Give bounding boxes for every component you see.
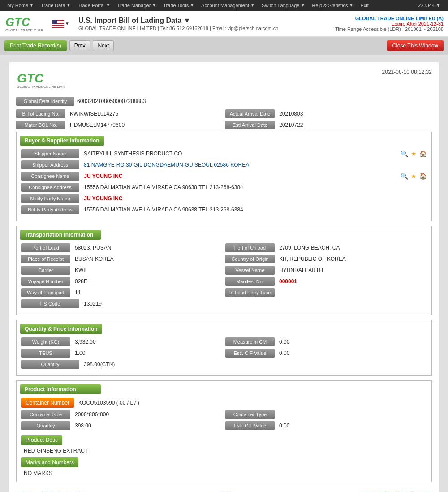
content-card: GTC GLOBAL TRADE ONLINE LIMITED 2021-08-… [9, 62, 439, 492]
nav-accountmanagement[interactable]: Account Management ▼ [198, 0, 258, 11]
svg-rect-9 [52, 25, 64, 26]
svg-rect-8 [52, 24, 64, 25]
prod-qty-label: Quantity [21, 421, 70, 430]
weight-value: 3,932.00 [73, 338, 223, 346]
port-load-label: Port of Load [21, 243, 70, 252]
top-toolbar: Print Trade Record(s) Prev Next Close Th… [0, 37, 448, 55]
country-origin-label: Country of Origin [225, 255, 275, 263]
vessel-name-label: Vessel Name [225, 266, 275, 275]
notify-party-address-value: 15556 DALMATIAN AVE LA MIRADA CA 90638 T… [82, 206, 427, 214]
top-navigation: My Home ▼ Trade Data ▼ Trade Portal ▼ Tr… [0, 0, 448, 11]
flag-dropdown-arrow: ▼ [65, 21, 69, 26]
account-number[interactable]: 223344 ▼ [414, 0, 444, 11]
buyer-supplier-section: Buyer & Supplier Information Shipper Nam… [16, 132, 432, 221]
buyer-supplier-title: Buyer & Supplier Information [20, 136, 104, 146]
header-title-area: U.S. Import Bill of Lading Data ▼ GLOBAL… [78, 17, 335, 31]
inbond-entry-value [277, 292, 427, 293]
carrier-vessel-row: Carrier KWII Vessel Name HYUNDAI EARTH [21, 266, 427, 275]
prod-qty-value: 398.00 [73, 422, 223, 430]
next-button-top[interactable]: Next [93, 40, 114, 51]
marks-value: NO MARKS [21, 469, 427, 477]
consignee-search-icon[interactable]: 🔍 [401, 173, 408, 180]
port-unload-label: Port of Unload [225, 243, 275, 252]
shipper-home-icon[interactable]: 🏠 [419, 150, 427, 157]
place-receipt-value: BUSAN KOREA [73, 255, 223, 263]
receipt-origin-row: Place of Receipt BUSAN KOREA Country of … [21, 255, 427, 263]
marks-button[interactable]: Marks and Numbers [21, 457, 78, 467]
nav-switchlanguage[interactable]: Switch Language ▼ [258, 0, 308, 11]
card-header: GTC GLOBAL TRADE ONLINE LIMITED 2021-08-… [16, 69, 432, 91]
global-data-identity-label: Global Data Identity [16, 97, 74, 106]
shipper-name-label: Shipper Name [21, 149, 79, 158]
marks-row: Marks and Numbers NO MARKS [21, 455, 427, 477]
master-bol-label: Mater BOL No. [16, 121, 65, 129]
svg-text:GLOBAL TRADE ONLINE LIMITED: GLOBAL TRADE ONLINE LIMITED [5, 28, 43, 32]
print-button-top[interactable]: Print Trade Record(s) [4, 40, 67, 51]
container-type-value [277, 414, 427, 415]
consignee-name-row: Consignee Name JU YOUNG INC 🔍 ★ 🏠 [21, 172, 427, 181]
container-number-row: Container Number KOCU5103590 ( 00 / L / … [21, 398, 427, 408]
shipper-address-value: 81 NAMGYE-RO 30-GIL DONGDAEMUN-GU SEOUL … [82, 161, 427, 169]
nav-helpstatistics[interactable]: Help & Statistics ▼ [308, 0, 357, 11]
transport-bond-row: Way of Transport 11 In-bond Entry Type [21, 288, 427, 297]
flag-selector[interactable]: ▼ [52, 20, 69, 28]
vessel-name-value: HYUNDAI EARTH [277, 266, 427, 274]
shipper-address-label: Shipper Address [21, 160, 79, 169]
close-button-top[interactable]: Close This Window [387, 40, 444, 51]
transportation-title: Transportation Information [20, 230, 101, 240]
shipper-search-icon[interactable]: 🔍 [401, 150, 408, 157]
voyage-number-label: Voyage Number [21, 277, 70, 286]
teus-value: 1.00 [73, 349, 223, 357]
notify-party-address-row: Notify Party Address 15556 DALMATIAN AVE… [21, 205, 427, 214]
hs-code-label: HS Code [21, 299, 79, 308]
container-number-button[interactable]: Container Number [21, 398, 74, 408]
expire-date: Expire After 2021-12-31 [335, 21, 444, 26]
master-bol-row: Mater BOL No. HDMUSELM14779600 Esti Arri… [16, 121, 432, 129]
container-size-value: 2000*806*800 [73, 410, 223, 419]
product-section: Product Information Container Number KOC… [16, 380, 432, 482]
global-data-identity-value: 60032021080500007288883 [77, 98, 146, 104]
nav-myhome[interactable]: My Home ▼ [4, 0, 37, 11]
notify-party-name-row: Notify Party Name JU YOUNG INC [21, 194, 427, 203]
bol-value: KWIKWISEL014276 [68, 110, 223, 118]
header-account-info: GLOBAL TRADE ONLINE LIMITED (A) Expire A… [335, 16, 444, 32]
bol-row: Bill of Lading No. KWIKWISEL014276 Actua… [16, 109, 432, 118]
nav-tradedata[interactable]: Trade Data ▼ [37, 0, 74, 11]
card-logo: GTC GLOBAL TRADE ONLINE LIMITED [16, 69, 65, 91]
shipper-address-row: Shipper Address 81 NAMGYE-RO 30-GIL DONG… [21, 160, 427, 169]
nav-trademanager[interactable]: Trade Manager ▼ [114, 0, 160, 11]
actual-arrival-value: 20210803 [277, 110, 432, 118]
consignee-address-row: Consignee Address 15556 DALMATIAN AVE LA… [21, 183, 427, 192]
container-type-label: Container Type [225, 410, 275, 419]
hs-code-row: HS Code 130219 [21, 299, 427, 308]
svg-rect-12 [52, 20, 57, 24]
port-unload-value: 2709, LONG BEACH, CA [277, 244, 427, 252]
logo-area: GTC GLOBAL TRADE ONLINE LIMITED [4, 13, 43, 34]
nav-exit[interactable]: Exit [357, 0, 372, 11]
consignee-star-icon[interactable]: ★ [411, 173, 417, 180]
company-name: GLOBAL TRADE ONLINE LIMITED (A) [335, 16, 444, 21]
qty-label: Quantity [21, 360, 79, 369]
svg-rect-10 [52, 26, 64, 27]
svg-text:GTC: GTC [5, 15, 30, 29]
product-desc-button[interactable]: Product Desc [21, 435, 62, 445]
consignee-home-icon[interactable]: 🏠 [419, 173, 427, 180]
carrier-label: Carrier [21, 266, 70, 275]
qty-row: Quantity 398.00(CTN) [21, 360, 427, 369]
consignee-address-value: 15556 DALMATIAN AVE LA MIRADA CA 90638 T… [82, 183, 427, 191]
esti-arrival-label: Esti Arrival Date [225, 121, 275, 129]
prev-button-top[interactable]: Prev [69, 40, 90, 51]
card-date: 2021-08-10 08:12:32 [382, 69, 432, 75]
shipper-star-icon[interactable]: ★ [411, 150, 417, 157]
container-size-label: Container Size [21, 410, 70, 419]
bol-col: Bill of Lading No. KWIKWISEL014276 [16, 109, 223, 118]
container-number-value: KOCU5103590 ( 00 / L / ) [77, 399, 427, 407]
notify-party-name-label: Notify Party Name [21, 194, 79, 203]
consignee-address-label: Consignee Address [21, 183, 79, 192]
esti-cif-label: Esti. CIF Value [225, 349, 275, 358]
product-desc-value: RED GINSENG EXTRACT [21, 447, 427, 455]
nav-tradetools[interactable]: Trade Tools ▼ [159, 0, 198, 11]
nav-tradeportal[interactable]: Trade Portal ▼ [74, 0, 114, 11]
transportation-section: Transportation Information Port of Load … [16, 226, 432, 315]
way-transport-value: 11 [73, 289, 223, 297]
